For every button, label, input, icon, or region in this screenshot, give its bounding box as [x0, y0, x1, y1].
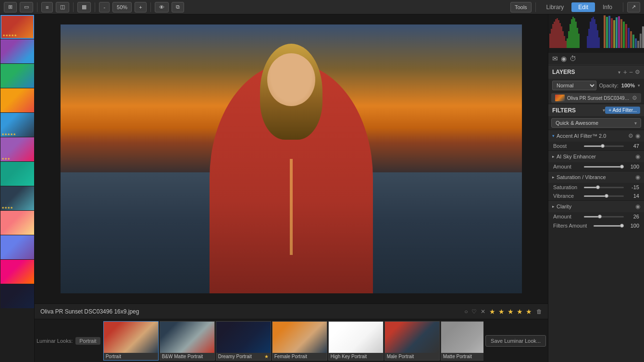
tab-info[interactable]: Info [596, 2, 619, 12]
clarity-slider-thumb[interactable] [598, 215, 602, 218]
filmstrip: ★★★★★ ★★★★★ ★★★ ★★★★ [0, 14, 35, 362]
ai-sky-header[interactable]: ▸ AI Sky Enhancer ◉ [548, 151, 644, 162]
filters-amount-track[interactable] [594, 225, 624, 227]
tab-edit[interactable]: Edit [571, 2, 595, 12]
filmstrip-item[interactable] [0, 284, 34, 308]
vibrance-label: Vibrance [553, 193, 582, 199]
svg-rect-9 [562, 31, 564, 48]
eye-panel-icon[interactable]: ◉ [561, 55, 567, 62]
mail-icon[interactable]: ✉ [552, 55, 558, 62]
svg-rect-36 [618, 16, 620, 48]
look-name: Male Portrait [387, 354, 414, 359]
heart-icon[interactable]: ♡ [471, 308, 477, 315]
accent-ai-header[interactable]: ▾ Accent AI Filter™ 2.0 ⚙ ◉ [548, 130, 644, 142]
filters-amount-row: Filters Amount 100 [548, 221, 644, 230]
blend-mode-select[interactable]: Normal [552, 81, 596, 90]
filmstrip-item[interactable] [0, 39, 34, 63]
look-item[interactable]: B&W Matte Portrait [160, 321, 215, 361]
eye-btn[interactable]: 👁 [155, 2, 169, 12]
layers-plus-icon[interactable]: + [623, 68, 627, 76]
quick-awesome-bar[interactable]: Quick & Awesome ▾ [551, 118, 641, 128]
sat-vib-header[interactable]: ▸ Saturation / Vibrance ◉ [548, 171, 644, 183]
look-item[interactable]: Matte Portrait [441, 321, 483, 361]
histogram-chart [548, 14, 644, 53]
clarity-eye-icon[interactable]: ◉ [635, 203, 640, 210]
sat-vib-eye-icon[interactable]: ◉ [635, 174, 640, 181]
svg-rect-41 [630, 31, 632, 48]
svg-rect-7 [559, 23, 561, 48]
histogram-toggle-btn[interactable]: ▦ [77, 2, 91, 12]
layer-settings-icon[interactable]: ⚙ [632, 95, 637, 101]
filmstrip-item[interactable] [0, 235, 34, 259]
file-name: Oliva PR Sunset DSC03496 16x9.jpeg [40, 308, 139, 315]
clarity-header[interactable]: ▸ Clarity ◉ [548, 201, 644, 212]
layer-item[interactable]: Oliva PR Sunset DSC03496 16x9.jpeg ⚙ [551, 93, 641, 103]
filmstrip-item[interactable] [0, 162, 34, 186]
boost-slider-track[interactable] [584, 145, 624, 147]
layers-title: LAYERS [552, 69, 618, 75]
zoom-level-btn[interactable]: 50% [112, 2, 132, 12]
clarity-title: Clarity [557, 204, 635, 209]
look-item[interactable]: Male Portrait [384, 321, 440, 361]
grid-view-btn[interactable]: ⊞ [4, 2, 17, 12]
layers-section-header[interactable]: LAYERS ▾ + − ⚙ [548, 65, 644, 79]
trash-icon[interactable]: 🗑 [536, 308, 542, 315]
accent-ai-title: Accent AI Filter™ 2.0 [557, 133, 628, 139]
svg-rect-31 [606, 17, 608, 48]
opacity-chevron: ▾ [638, 83, 640, 88]
ai-sky-slider-thumb[interactable] [620, 165, 624, 169]
look-item[interactable]: Dreamy Portrait ★ [216, 321, 271, 361]
filmstrip-item[interactable] [0, 211, 34, 235]
accent-ai-settings-icon[interactable]: ⚙ [628, 133, 633, 139]
layers-gear-icon[interactable]: ⚙ [635, 69, 640, 75]
filmstrip-item[interactable]: ★★★★ [0, 186, 34, 210]
svg-rect-45 [640, 34, 642, 48]
x-icon[interactable]: ✕ [481, 308, 485, 315]
layers-minus-icon[interactable]: − [629, 68, 633, 76]
filters-amount-thumb[interactable] [620, 224, 624, 228]
look-item[interactable]: High Key Portrait [328, 321, 384, 361]
filmstrip-btn[interactable]: ≡ [41, 2, 53, 12]
ai-sky-slider-track[interactable] [584, 166, 624, 168]
svg-rect-8 [561, 26, 562, 48]
ai-sky-eye-icon[interactable]: ◉ [635, 153, 640, 160]
look-item[interactable]: Female Portrait [272, 321, 327, 361]
zoom-out-btn[interactable]: - [99, 2, 110, 12]
svg-rect-4 [555, 19, 557, 48]
rating-stars[interactable]: ★ ★ ★ ★ ★ [489, 308, 533, 315]
clarity-slider-track[interactable] [584, 216, 624, 217]
single-view-btn[interactable]: ▭ [20, 2, 33, 12]
sat-vib-title: Saturation / Vibrance [557, 174, 635, 180]
save-luminar-look-btn[interactable]: Save Luminar Look... [485, 335, 546, 347]
saturation-slider-track[interactable] [584, 187, 624, 188]
svg-rect-10 [564, 36, 565, 48]
histogram-area [548, 14, 644, 53]
filmstrip-item[interactable] [0, 88, 34, 112]
accent-ai-eye-icon[interactable]: ◉ [635, 133, 640, 139]
filmstrip-item[interactable]: ★★★★★ [0, 113, 34, 137]
compare-btn[interactable]: ⧉ [172, 2, 184, 12]
tab-library[interactable]: Library [540, 2, 571, 12]
share-btn[interactable]: ↗ [627, 2, 640, 12]
look-name: B&W Matte Portrait [162, 354, 203, 359]
vibrance-slider-thumb[interactable] [605, 194, 608, 198]
saturation-slider-thumb[interactable] [596, 185, 600, 189]
clarity-amount-label: Amount [553, 214, 582, 219]
split-view-btn[interactable]: ◫ [56, 2, 69, 12]
clock-icon[interactable]: ⏱ [570, 55, 576, 62]
add-filter-btn[interactable]: + Add Filter... [605, 107, 640, 114]
look-item[interactable]: Portrait [103, 321, 159, 361]
filmstrip-item[interactable]: ★★★★★ [0, 15, 34, 39]
zoom-in-btn[interactable]: + [135, 2, 146, 12]
tools-btn[interactable]: Tools [510, 2, 532, 12]
looks-tab-portrait[interactable]: Portrait [75, 337, 100, 345]
filters-section-header: FILTERS ▾ + Add Filter... [548, 104, 644, 116]
filmstrip-item[interactable] [0, 260, 34, 284]
svg-rect-37 [620, 19, 622, 48]
vibrance-slider-track[interactable] [584, 195, 624, 197]
look-name: Matte Portrait [443, 354, 472, 359]
filmstrip-item[interactable] [0, 64, 34, 88]
filmstrip-item[interactable]: ★★★ [0, 137, 34, 161]
boost-slider-thumb[interactable] [601, 144, 605, 148]
svg-rect-23 [590, 22, 591, 48]
